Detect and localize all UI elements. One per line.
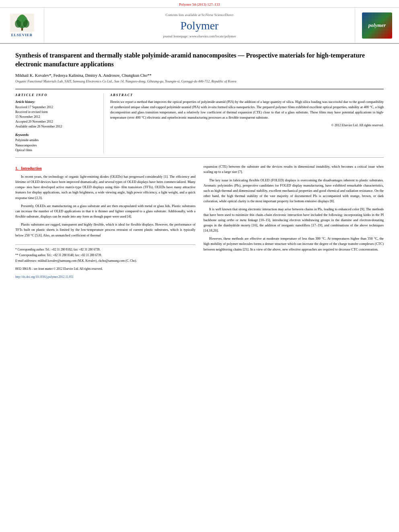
authors-line: Mikhail K. Kovalev*, Fedosya Kalinina, D… xyxy=(15,73,384,78)
intro-para2: Presently, OLEDs are manufacturing on a … xyxy=(15,203,195,220)
polymer-logo-container: polymer xyxy=(355,8,399,43)
issn-line: 0032-3861/$ – see front matter © 2012 El… xyxy=(15,267,195,271)
history-label: Article history: xyxy=(15,100,98,104)
main-content: Synthesis of transparent and thermally s… xyxy=(0,44,399,286)
polymer-logo-box: polymer xyxy=(362,12,392,39)
keyword-1: Polyimide-amides xyxy=(15,138,98,143)
footnote-2: ** Corresponding author. Tel.: +82 31 28… xyxy=(15,253,195,258)
article-info-box: Article Info Article history: Received 1… xyxy=(15,93,104,153)
received-revised-date: 15 November 2012 xyxy=(15,115,98,119)
received-revised-label: Received in revised form xyxy=(15,110,98,115)
page-container: Polymer 54 (2013) 127–133 ELSEVIER xyxy=(0,0,399,532)
elsevier-logo-container: ELSEVIER xyxy=(0,8,44,43)
available-online: Available online 26 November 2012 xyxy=(15,124,98,129)
left-body-column: 1. Introduction In recent years, the tec… xyxy=(15,164,195,279)
right-para1: expansion (CTE) between the substrate an… xyxy=(204,164,384,175)
intro-para3: Plastic substrates are rugged, transpare… xyxy=(15,222,195,238)
elsevier-logo: ELSEVIER xyxy=(10,14,34,37)
body-columns: 1. Introduction In recent years, the tec… xyxy=(15,164,384,279)
accepted-date: Accepted 20 November 2012 xyxy=(15,119,98,124)
sciverse-line: Contents lists available at SciVerse Sci… xyxy=(166,13,234,17)
article-meta: Article Info Article history: Received 1… xyxy=(15,89,384,158)
elsevier-wordmark: ELSEVIER xyxy=(11,33,33,37)
article-info-title: Article Info xyxy=(15,93,98,97)
journal-citation: Polymer 54 (2013) 127–133 xyxy=(179,2,220,6)
keywords-label: Keywords: xyxy=(15,133,98,137)
journal-title-area: Contents lists available at SciVerse Sci… xyxy=(44,8,355,43)
elsevier-tree-icon xyxy=(10,14,34,32)
footnote-section: * Corresponding author. Tel.: +82 31 280… xyxy=(15,244,195,279)
right-para4: However, these methods are effective at … xyxy=(204,236,384,252)
right-para2: The key issue in fabricating flexible OL… xyxy=(204,178,384,204)
footnote-1: * Corresponding author. Tel.: +82 31 280… xyxy=(15,247,195,252)
intro-heading: 1. Introduction xyxy=(15,166,195,172)
keyword-2: Nanocomposites xyxy=(15,143,98,148)
top-bar: Polymer 54 (2013) 127–133 xyxy=(0,0,399,8)
footnote-email: E-mail addresses: mikhail.kovalev@samsun… xyxy=(15,259,195,263)
affiliation: Organic Functional Materials Lab, SAIT, … xyxy=(15,79,384,83)
keyword-3: Optical films xyxy=(15,148,98,153)
abstract-text: Herein we report a method that improves … xyxy=(110,99,384,121)
right-para3: It is well known that strong electronic … xyxy=(204,207,384,233)
svg-point-5 xyxy=(19,14,26,23)
copyright-notice: © 2012 Elsevier Ltd. All rights reserved… xyxy=(110,123,384,127)
journal-header: ELSEVIER Contents lists available at Sci… xyxy=(0,8,399,44)
intro-para1: In recent years, the technology of organ… xyxy=(15,174,195,201)
journal-url: journal homepage: www.elsevier.com/locat… xyxy=(163,34,236,38)
polymer-logo-text: polymer xyxy=(368,22,386,29)
journal-title: Polymer xyxy=(181,19,219,32)
right-body-column: expansion (CTE) between the substrate an… xyxy=(204,164,384,279)
abstract-section: Abstract Herein we report a method that … xyxy=(104,93,384,153)
article-title: Synthesis of transparent and thermally s… xyxy=(15,51,384,69)
keywords-section: Keywords: Polyimide-amides Nanocomposite… xyxy=(15,133,98,153)
received-date: Received 17 September 2012 xyxy=(15,105,98,110)
doi-line: http://dx.doi.org/10.1016/j.polymer.2012… xyxy=(15,275,195,279)
abstract-title: Abstract xyxy=(110,93,384,97)
